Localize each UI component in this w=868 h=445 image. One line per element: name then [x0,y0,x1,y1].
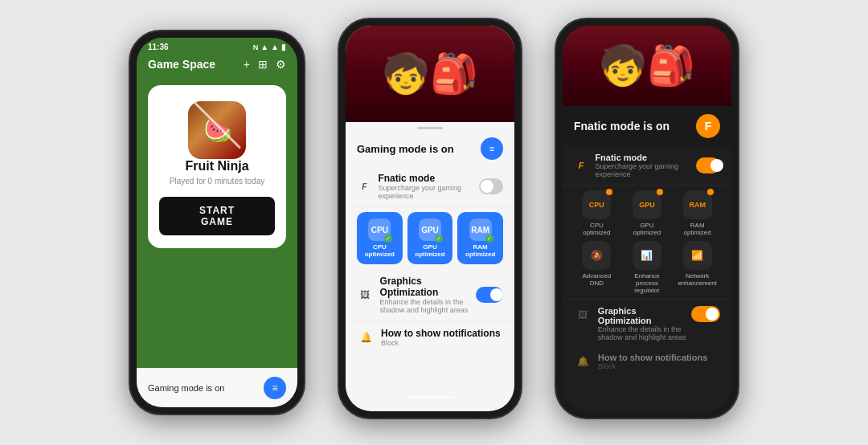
panel-title-2: Gaming mode is on [357,143,454,155]
cpu-dot-3 [606,189,612,195]
graphics-toggle-2[interactable] [476,287,503,303]
game-screenshot-3: 🧒🎒 [563,26,731,106]
notif-text-3: How to show notifications Block [598,353,707,370]
opt-row-2: CPU ✓ CPUoptimized GPU ✓ GPUoptimized RA… [357,212,503,264]
panel-header-2: Gaming mode is on ≡ [346,137,514,166]
battery-icon: ▮ [281,43,286,51]
ram-label-2: RAMoptimized [465,243,495,258]
notif-icon-3: 🔔 [574,353,592,370]
fnatic-avatar-3: F [696,114,720,138]
bottom-bar-2 [406,396,454,398]
network-label-3: Networkenhancement [678,272,716,287]
dnd-icon-3: 🔕 [582,241,611,270]
graphics-icon-2: 🖼 [357,286,374,304]
fnatic-mode-icon-3: F [574,157,588,174]
opt-item-dnd-3[interactable]: 🔕 AdvancedDND [574,241,620,294]
opt-item-process-3[interactable]: 📊 Enhance processregulator [624,241,670,294]
grid-icon[interactable]: ⊞ [258,58,268,71]
phone-2-screen: 🧒🎒 Gaming mode is on ≡ F Fnatic mode Sup… [346,26,514,411]
opt-btn-ram-2[interactable]: RAM ✓ RAMoptimized [457,212,503,264]
screenshot-char-2: 🧒🎒 [382,51,478,96]
phone-1: 11:36 N ▲ ▲ ▮ Game Space + ⊞ ⚙ Fruit Nin… [129,30,305,415]
graphics-row-left-2: 🖼 Graphics Optimization Enhance the deta… [357,276,476,314]
fnatic-mode-sublabel-3: Supercharge your gaming experience [595,162,695,178]
graphics-row-2: 🖼 Graphics Optimization Enhance the deta… [346,269,514,321]
game-screenshot-2: 🧒🎒 [346,26,514,122]
graphics-text-3: Graphics Optimization Enhance the detail… [598,306,691,341]
gpu-dot-3 [657,189,663,195]
graphics-content-3: 🖼 Graphics Optimization Enhance the deta… [574,306,691,341]
gaming-mode-text-1: Gaming mode is on [148,383,224,393]
cpu-check-2: ✓ [384,235,392,243]
phone-1-screen: 11:36 N ▲ ▲ ▮ Game Space + ⊞ ⚙ Fruit Nin… [137,38,297,407]
notif-label-3: How to show notifications [598,353,707,362]
panel-btn-2[interactable]: ≡ [481,137,503,160]
gpu-icon-3: GPU [633,190,661,219]
fnatic-text-2: Fnatic mode Supercharge your gaming expe… [378,173,478,200]
start-game-button[interactable]: START GAME [159,197,275,235]
status-icons-1: N ▲ ▲ ▮ [253,43,286,51]
nfc-icon: N [253,43,259,51]
header-icons-1: + ⊞ ⚙ [244,58,286,71]
ram-dot-3 [707,189,714,195]
phone-3-screen: 🧒🎒 Fnatic mode is on F F Fnatic mode Sup… [563,26,731,411]
ram-icon-2: RAM ✓ [469,218,492,241]
notif-row-left-2: 🔔 How to show notifications Block [357,328,501,347]
ram-check-2: ✓ [485,235,493,243]
fnatic-mode-toggle-3[interactable] [696,157,720,174]
graphics-sublabel-2: Enhance the details in the shadow and hi… [380,298,477,314]
phone-2: 🧒🎒 Gaming mode is on ≡ F Fnatic mode Sup… [338,18,522,419]
process-label-3: Enhance processregulator [624,272,670,294]
panel-handle-2 [417,127,443,129]
game-subtitle-1: Played for 0 minutes today [170,177,264,186]
phone-3: 🧒🎒 Fnatic mode is on F F Fnatic mode Sup… [555,18,739,419]
fnatic-icon-2: F [357,178,371,195]
network-icon-3: 📶 [683,241,712,270]
notif-sublabel-2: Block [381,339,501,347]
graphics-toggle-3[interactable] [691,306,720,322]
fnatic-mode-left-3: F Fnatic mode Supercharge your gaming ex… [574,153,696,178]
graphics-icon-3: 🖼 [574,306,592,324]
gaming-btn-1[interactable]: ≡ [264,377,286,399]
app-title-1: Game Space [148,58,215,71]
dark-panel-3: F Fnatic mode Supercharge your gaming ex… [563,146,731,411]
gpu-label-2: GPUoptimized [415,243,444,258]
gpu-icon-2: GPU ✓ [419,218,441,241]
fnatic-sublabel-2: Supercharge your gaming experience [378,184,478,200]
graphics-label-3: Graphics Optimization [598,306,691,325]
graphics-row-3: 🖼 Graphics Optimization Enhance the deta… [563,299,731,348]
cpu-label-2: CPUoptimized [365,243,395,258]
notif-row-2: 🔔 How to show notifications Block [346,321,514,354]
opt-item-network-3[interactable]: 📶 Networkenhancement [674,241,720,294]
app-header-1: Game Space + ⊞ ⚙ [137,55,297,77]
ram-icon-3: RAM [683,190,712,219]
graphics-text-2: Graphics Optimization Enhance the detail… [380,276,477,314]
notif-icon-2: 🔔 [357,329,375,346]
fnatic-title-3: Fnatic mode is on [574,120,669,133]
screenshot-char-3: 🧒🎒 [599,43,695,88]
notif-label-2: How to show notifications [381,328,501,339]
fnatic-mode-row-3: F Fnatic mode Supercharge your gaming ex… [563,146,731,186]
opt-btn-gpu-2[interactable]: GPU ✓ GPUoptimized [407,212,453,264]
fnatic-mode-label-3: Fnatic mode [595,153,695,162]
gpu-label-3: GPUoptimized [633,222,661,236]
fnatic-label-2: Fnatic mode [378,173,478,184]
graphics-label-2: Graphics Optimization [380,276,477,298]
opt-item-ram-3[interactable]: RAM RAMoptimized [674,190,720,236]
settings-icon[interactable]: ⚙ [276,58,286,71]
opt-item-gpu-3[interactable]: GPU GPUoptimized [624,190,670,236]
ram-label-3: RAMoptimized [684,222,711,236]
fnatic-toggle-2[interactable] [479,178,503,194]
cpu-label-3: CPUoptimized [583,222,610,236]
notif-sublabel-3: Block [598,362,707,370]
opt-item-cpu-3[interactable]: CPU CPUoptimized [574,190,620,236]
fnatic-row-left-2: F Fnatic mode Supercharge your gaming ex… [357,173,479,200]
notif-text-2: How to show notifications Block [381,328,501,347]
signal-icon: ▲ [271,43,279,51]
opt-btn-cpu-2[interactable]: CPU ✓ CPUoptimized [357,212,403,264]
graphics-sublabel-3: Enhance the details in the shadow and hi… [598,325,686,341]
fnatic-mode-text-3: Fnatic mode Supercharge your gaming expe… [595,153,695,178]
add-icon[interactable]: + [244,58,250,71]
game-card-1: Fruit Ninja Played for 0 minutes today S… [148,85,286,248]
dnd-label-3: AdvancedDND [583,272,612,287]
